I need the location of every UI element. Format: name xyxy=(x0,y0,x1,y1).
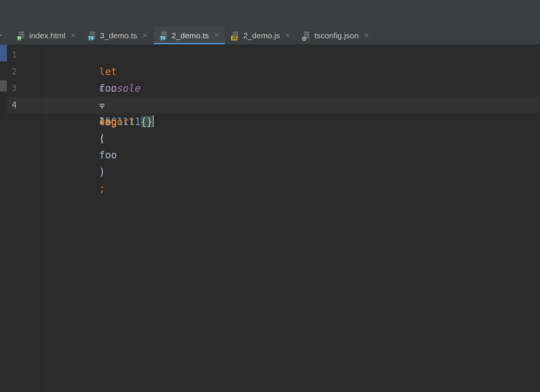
typescript-file-icon: TS xyxy=(88,31,97,40)
editor-tab-bar: H index.html × TS 3_demo.ts × TS 2_demo.… xyxy=(11,27,375,44)
editor-header: - H index.html × TS 3_demo.ts × xyxy=(0,0,540,44)
tab-label: 3_demo.ts xyxy=(100,31,137,40)
line-number-current[interactable]: 4 xyxy=(12,97,35,113)
tab-2-demo-ts[interactable]: TS 2_demo.ts × xyxy=(154,27,226,44)
text-caret xyxy=(153,116,154,127)
close-icon[interactable]: × xyxy=(285,31,290,40)
tab-tsconfig-json[interactable]: ⚙ tsconfig.json × xyxy=(297,27,375,44)
left-panel-edge xyxy=(0,44,7,392)
matched-brace-open: { xyxy=(141,116,147,127)
global-object-token: console xyxy=(99,83,141,94)
matched-brace-close: } xyxy=(146,116,152,127)
left-panel-secondary-marker xyxy=(0,80,7,91)
ide-window: - H index.html × TS 3_demo.ts × xyxy=(0,0,540,392)
code-area[interactable]: let foo = 45611111 ; console . log ( foo… xyxy=(47,44,540,392)
tab-label: 2_demo.js xyxy=(243,31,280,40)
editor-gutter[interactable]: 1 2 3 4 xyxy=(7,44,47,392)
tab-label: 2_demo.ts xyxy=(172,31,209,40)
paren-open-token: ( xyxy=(99,133,105,144)
close-icon[interactable]: × xyxy=(71,31,76,40)
code-line-1[interactable]: let foo = 45611111 ; xyxy=(52,47,146,63)
line-number[interactable]: 1 xyxy=(12,47,35,63)
left-panel-selection-marker xyxy=(0,45,7,61)
code-line-4[interactable]: export {} xyxy=(52,97,154,113)
javascript-file-icon: JS xyxy=(231,31,240,40)
tab-2-demo-js[interactable]: JS 2_demo.js × xyxy=(225,27,297,44)
semicolon-token: ; xyxy=(99,183,105,194)
keyword-token: export xyxy=(99,116,141,127)
close-icon[interactable]: × xyxy=(143,31,148,40)
line-number[interactable]: 2 xyxy=(12,63,35,80)
close-icon[interactable]: × xyxy=(364,31,369,40)
tsconfig-file-icon: ⚙ xyxy=(303,31,311,40)
close-icon[interactable]: × xyxy=(214,31,219,40)
code-editor[interactable]: 1 2 3 4 let foo = 45611111 ; console . l… xyxy=(0,44,540,392)
line-number[interactable]: 3 xyxy=(12,80,35,97)
argument-token: foo xyxy=(99,149,117,161)
code-line-3[interactable] xyxy=(52,80,99,97)
code-line-2[interactable]: console . log ( foo ) ; xyxy=(52,63,141,80)
tab-3-demo-ts[interactable]: TS 3_demo.ts × xyxy=(82,27,154,44)
tab-index-html[interactable]: H index.html × xyxy=(11,27,82,44)
tab-label: index.html xyxy=(29,31,66,40)
html-file-icon: H xyxy=(17,31,26,40)
paren-close-token: ) xyxy=(99,166,105,177)
clipped-panel-edge: - xyxy=(0,30,2,39)
tab-label: tsconfig.json xyxy=(314,31,359,40)
gear-icon: ⚙ xyxy=(301,36,306,42)
typescript-file-icon: TS xyxy=(160,31,168,40)
